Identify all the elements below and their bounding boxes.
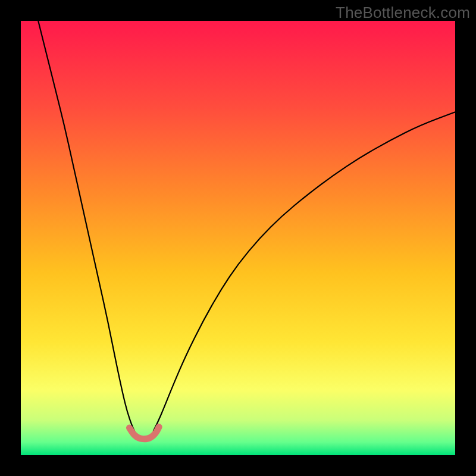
plot-area xyxy=(21,21,455,455)
chart-svg xyxy=(21,21,455,455)
gradient-background xyxy=(21,21,455,455)
watermark-text: TheBottleneck.com xyxy=(336,4,470,22)
chart-frame: TheBottleneck.com xyxy=(0,0,476,476)
